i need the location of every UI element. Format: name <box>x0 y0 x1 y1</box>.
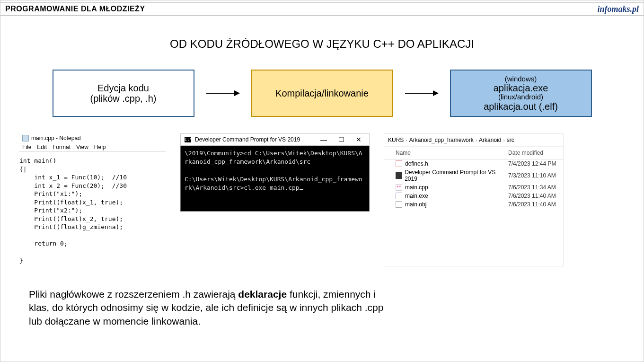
file-row[interactable]: defines.h7/4/2023 12:44 PM <box>384 159 563 168</box>
output-windows-file: aplikacja.exe <box>494 83 548 93</box>
notepad-title-text: main.cpp - Notepad <box>31 135 81 141</box>
crumb[interactable]: src <box>507 137 514 143</box>
box-compile-label: Kompilacja/linkowanie <box>275 88 369 98</box>
output-linux-label: (linux/android) <box>498 93 543 101</box>
file-row[interactable]: main.obj7/6/2023 11:40 AM <box>384 200 563 209</box>
file-row[interactable]: Developer Command Prompt for VS 20197/3/… <box>384 168 563 183</box>
flow-diagram: Edycja kodu (plików .cpp, .h) Kompilacja… <box>0 70 644 117</box>
column-name[interactable]: Name <box>384 147 506 159</box>
notepad-menu: File Edit Format View Help <box>19 143 166 152</box>
footer-text: Pliki nagłówkowe z rozszerzeniem .h zawi… <box>0 288 426 328</box>
file-name: main.exe <box>405 193 428 199</box>
notepad-window: main.cpp - Notepad File Edit Format View… <box>19 133 166 266</box>
file-name: main.cpp <box>405 184 428 191</box>
maximize-button[interactable]: ☐ <box>335 136 348 143</box>
file-icon <box>396 201 402 208</box>
footer-part1: Pliki nagłówkowe z rozszerzeniem .h zawi… <box>29 289 238 300</box>
box-edit: Edycja kodu (plików .cpp, .h) <box>53 70 194 117</box>
file-icon <box>396 193 402 199</box>
box-edit-line2: (plików .cpp, .h) <box>90 93 156 104</box>
chevron-right-icon: › <box>476 138 477 143</box>
file-name: main.obj <box>405 201 426 208</box>
screenshots-row: main.cpp - Notepad File Edit Format View… <box>0 133 644 266</box>
crumb[interactable]: Arkanoid_cpp_framework <box>409 137 474 143</box>
terminal-titlebar: C:\ Developer Command Prompt for VS 2019… <box>180 133 370 146</box>
cursor-icon <box>300 189 303 190</box>
menu-help[interactable]: Help <box>94 144 106 150</box>
file-name: defines.h <box>405 160 428 167</box>
arrow-icon <box>206 93 239 94</box>
page-title: OD KODU ŹRÓDŁOWEGO W JĘZYKU C++ DO APLIK… <box>0 37 644 51</box>
menu-view[interactable]: View <box>76 144 88 150</box>
minimize-button[interactable]: — <box>317 136 331 143</box>
close-button[interactable]: ✕ <box>352 136 365 143</box>
file-name: Developer Command Prompt for VS 2019 <box>405 169 503 182</box>
file-date: 7/6/2023 11:34 AM <box>506 184 563 191</box>
file-row[interactable]: main.exe7/6/2023 11:40 AM <box>384 192 563 200</box>
file-row[interactable]: main.cpp7/6/2023 11:34 AM <box>384 183 563 192</box>
column-date[interactable]: Date modified <box>506 147 563 159</box>
crumb[interactable]: KURS <box>388 137 404 143</box>
header-bar: PROGRAMOWANIE DLA MŁODZIEŻY infomaks.pl <box>0 2 644 16</box>
output-windows-label: (windows) <box>505 75 537 83</box>
box-edit-line1: Edycja kodu <box>97 83 149 93</box>
output-linux-file: aplikacja.out (.elf) <box>484 101 558 112</box>
notepad-titlebar: main.cpp - Notepad <box>19 133 166 143</box>
header-left: PROGRAMOWANIE DLA MŁODZIEŻY <box>5 5 145 13</box>
chevron-right-icon: › <box>406 138 407 143</box>
footer-bold: deklaracje <box>238 289 287 300</box>
file-icon <box>396 160 402 167</box>
terminal-window: C:\ Developer Command Prompt for VS 2019… <box>180 133 370 266</box>
box-compile: Kompilacja/linkowanie <box>251 70 393 117</box>
arrow-icon <box>405 93 438 94</box>
file-icon <box>396 172 402 179</box>
menu-edit[interactable]: Edit <box>37 144 47 150</box>
explorer-header: Name Date modified <box>384 147 563 159</box>
file-date: 7/6/2023 11:40 AM <box>506 192 563 200</box>
file-icon <box>396 184 402 191</box>
file-date: 7/3/2023 11:10 AM <box>506 172 563 179</box>
box-output: (windows) aplikacja.exe (linux/android) … <box>450 70 592 117</box>
terminal-title-text: Developer Command Prompt for VS 2019 <box>195 136 300 143</box>
menu-format[interactable]: Format <box>53 144 71 150</box>
terminal-line1: \2019\Community>cd C:\Users\Witek\Deskto… <box>185 150 362 165</box>
breadcrumb: KURS› Arkanoid_cpp_framework› Arkanoid› … <box>384 134 563 147</box>
file-date: 7/4/2023 12:44 PM <box>506 160 563 168</box>
menu-file[interactable]: File <box>22 144 31 150</box>
crumb[interactable]: Arkanoid <box>479 137 501 143</box>
header-right: infomaks.pl <box>597 4 639 14</box>
file-list: defines.h7/4/2023 12:44 PMDeveloper Comm… <box>384 159 563 209</box>
notepad-code: int main() {| int x_1 = Func(10); //10 i… <box>19 155 166 266</box>
notepad-icon <box>22 135 29 141</box>
explorer-window: KURS› Arkanoid_cpp_framework› Arkanoid› … <box>384 133 564 266</box>
chevron-right-icon: › <box>503 138 504 143</box>
terminal-icon: C:\ <box>185 137 191 142</box>
file-date: 7/6/2023 11:40 AM <box>506 201 563 208</box>
terminal-line2: C:\Users\Witek\Desktop\KURS\Arkanoid_cpp… <box>185 176 362 191</box>
terminal-body: \2019\Community>cd C:\Users\Witek\Deskto… <box>180 146 370 212</box>
